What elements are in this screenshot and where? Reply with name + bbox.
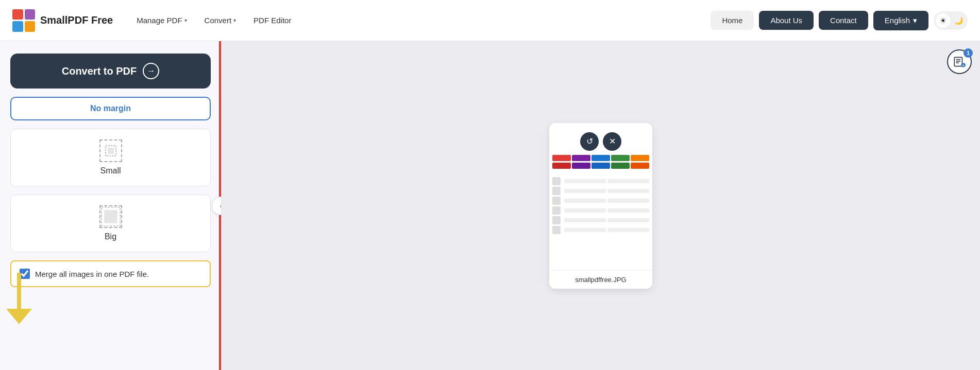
notification-badge[interactable]: + 1	[947, 49, 972, 74]
small-label: Small	[100, 166, 121, 175]
logo-cell-blue	[12, 21, 23, 32]
convert-chevron-icon: ▾	[233, 17, 236, 23]
small-size-option[interactable]: Small	[10, 129, 211, 186]
small-size-icon	[99, 139, 122, 162]
language-button[interactable]: English ▾	[873, 11, 928, 30]
dark-mode-icon: 🌙	[951, 13, 966, 28]
rotate-button[interactable]: ↺	[580, 132, 599, 151]
convert-to-pdf-button[interactable]: Convert to PDF →	[10, 54, 211, 89]
big-size-icon	[99, 205, 122, 228]
big-label: Big	[105, 232, 116, 241]
preview-rows	[552, 177, 649, 234]
manage-pdf-chevron-icon: ▾	[184, 17, 187, 23]
remove-file-button[interactable]: ✕	[603, 132, 621, 151]
home-button[interactable]: Home	[711, 11, 754, 30]
content-area: ↺ ✕	[222, 41, 980, 370]
merge-label: Merge all images in one PDF file.	[35, 270, 149, 278]
logo-cell-purple	[25, 9, 36, 20]
svg-marker-5	[6, 309, 32, 324]
main-container: Convert to PDF → No margin Small	[0, 41, 980, 370]
logo-cell-red	[12, 9, 23, 20]
logo-area: SmallPDF Free	[12, 9, 113, 32]
file-card-actions: ↺ ✕	[575, 127, 627, 156]
navbar: SmallPDF Free Manage PDF ▾ Convert ▾ PDF…	[0, 0, 980, 41]
logo-grid	[12, 9, 35, 32]
logo-cell-orange	[25, 21, 36, 32]
no-margin-label: No margin	[90, 104, 131, 113]
convert-link[interactable]: Convert ▾	[197, 12, 244, 29]
svg-text:+: +	[962, 64, 965, 67]
svg-rect-1	[108, 148, 114, 154]
close-icon: ✕	[609, 136, 616, 146]
svg-rect-3	[104, 210, 117, 223]
light-mode-icon: ☀	[936, 13, 950, 28]
file-name: smallpdffree.JPG	[549, 270, 652, 289]
nav-links: Manage PDF ▾ Convert ▾ PDF Editor	[129, 12, 711, 29]
notification-count: 1	[964, 48, 973, 58]
svg-rect-6	[954, 57, 962, 66]
convert-link-label: Convert	[205, 16, 232, 25]
theme-toggle[interactable]: ☀ 🌙	[934, 11, 968, 30]
preview-header-2	[552, 163, 649, 169]
rotate-icon: ↺	[586, 136, 593, 146]
merge-area: Merge all images in one PDF file.	[10, 260, 211, 287]
manage-pdf-link[interactable]: Manage PDF ▾	[129, 12, 194, 29]
big-size-option[interactable]: Big	[10, 195, 211, 252]
manage-pdf-label: Manage PDF	[137, 16, 182, 25]
file-card: ↺ ✕	[549, 123, 652, 289]
no-margin-button[interactable]: No margin	[10, 97, 211, 120]
contact-button[interactable]: Contact	[819, 11, 868, 30]
pdf-editor-link[interactable]: PDF Editor	[246, 12, 298, 29]
app-title: SmallPDF Free	[40, 14, 113, 26]
arrow-annotation	[1, 268, 37, 326]
sidebar: Convert to PDF → No margin Small	[0, 41, 222, 370]
collapse-sidebar-button[interactable]: ‹	[212, 197, 222, 215]
pdf-editor-label: PDF Editor	[254, 16, 291, 25]
convert-btn-label: Convert to PDF	[62, 65, 137, 77]
about-button[interactable]: About Us	[759, 11, 814, 30]
file-preview	[549, 152, 652, 270]
file-preview-inner	[549, 152, 652, 270]
nav-right: Home About Us Contact English ▾ ☀ 🌙	[711, 11, 968, 30]
lang-chevron-icon: ▾	[913, 16, 917, 25]
convert-arrow-icon: →	[143, 63, 159, 79]
